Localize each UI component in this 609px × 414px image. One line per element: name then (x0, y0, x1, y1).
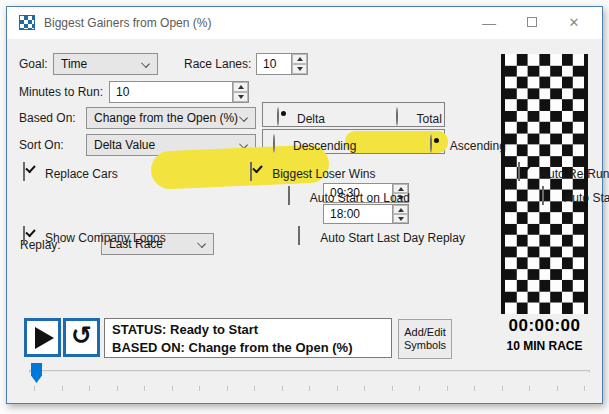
auto-start-on-load-checkbox[interactable] (288, 186, 290, 205)
descending-radio-label: Descending (293, 139, 356, 153)
slider-tick (557, 386, 558, 391)
based-on-select[interactable]: Change from the Open (%) (86, 107, 256, 129)
ascending-highlight (345, 131, 448, 153)
based-on-label: Based On: (19, 111, 76, 125)
slider-ticks (7, 386, 602, 392)
slider-tick (227, 386, 228, 391)
delta-radio-label: Delta (297, 112, 325, 126)
status-display: STATUS: Ready to Start BASED ON: Change … (104, 318, 392, 358)
auto-rerun-checkbox[interactable] (518, 162, 520, 181)
auto-rerun-label: Auto Re-Run (540, 167, 609, 181)
biggest-loser-wins-label: Biggest Loser Wins (272, 167, 375, 181)
ascending-radio-label: Ascending (450, 139, 506, 153)
based-on-value: Change from the Open (%) (94, 111, 238, 125)
checkered-flag-graphic (501, 54, 588, 314)
total-radio-label: Total (416, 112, 441, 126)
sort-on-value: Delta Value (94, 138, 155, 152)
race-lanes-stepper[interactable]: 10 (256, 53, 308, 75)
slider-tick (364, 386, 365, 391)
chevron-down-icon (141, 59, 150, 68)
play-button[interactable] (24, 318, 61, 357)
total-radio[interactable] (396, 107, 398, 126)
sort-on-label: Sort On: (19, 138, 64, 152)
minimize-button[interactable]: — (469, 7, 509, 39)
progress-slider-track[interactable] (29, 370, 590, 373)
auto-start-at-time-label: Auto Start at Time (564, 191, 609, 205)
chevron-down-icon (239, 113, 248, 122)
slider-tick (172, 386, 173, 391)
slider-tick (34, 386, 35, 391)
maximize-button[interactable] (512, 7, 552, 39)
slider-tick (392, 386, 393, 391)
show-company-logos-label: Show Company Logos (45, 231, 166, 245)
based-on-line: BASED ON: Change from the Open (%) (112, 339, 391, 357)
close-icon: ✕ (569, 15, 580, 30)
replace-cars-checkbox[interactable] (23, 162, 25, 181)
slider-tick (117, 386, 118, 391)
spin-down-icon[interactable] (292, 64, 307, 74)
restart-icon: ↺ (71, 323, 92, 348)
add-edit-symbols-button[interactable]: Add/Edit Symbols (398, 319, 452, 359)
spin-up-icon[interactable] (292, 54, 307, 64)
slider-tick (309, 386, 310, 391)
restart-button[interactable]: ↺ (63, 318, 100, 357)
slider-tick (474, 386, 475, 391)
window-title: Biggest Gainers from Open (%) (44, 16, 211, 30)
slider-tick (419, 386, 420, 391)
dialog-window: Biggest Gainers from Open (%) — ✕ Goal: … (6, 6, 603, 404)
race-timer: 00:00:00 (487, 316, 602, 336)
title-bar[interactable]: Biggest Gainers from Open (%) — ✕ (7, 7, 602, 39)
goal-label: Goal: (19, 57, 48, 71)
spin-up-icon[interactable] (393, 205, 408, 214)
race-length-label: 10 MIN RACE (487, 339, 602, 353)
goal-select[interactable]: Time (53, 53, 158, 75)
auto-start-last-day-replay-label: Auto Start Last Day Replay (320, 231, 465, 245)
status-line: STATUS: Ready to Start (112, 321, 391, 339)
minutes-to-run-value: 10 (116, 85, 129, 99)
ascending-radio[interactable] (430, 134, 432, 153)
spin-down-icon[interactable] (233, 92, 248, 102)
race-lanes-value: 10 (263, 57, 276, 71)
replace-cars-label: Replace Cars (45, 167, 118, 181)
slider-tick (529, 386, 530, 391)
goal-value: Time (61, 57, 87, 71)
spin-down-icon[interactable] (393, 214, 408, 223)
close-button[interactable]: ✕ (554, 7, 594, 39)
delta-total-group: Delta Total (262, 102, 445, 127)
biggest-loser-wins-checkbox[interactable] (250, 162, 252, 181)
show-company-logos-checkbox[interactable] (23, 226, 25, 245)
slider-tick (89, 386, 90, 391)
descending-radio[interactable] (273, 134, 275, 153)
slider-tick (447, 386, 448, 391)
slider-tick (282, 386, 283, 391)
race-lanes-label: Race Lanes: (184, 57, 251, 71)
slider-tick (254, 386, 255, 391)
chevron-down-icon (197, 239, 206, 248)
play-icon (35, 327, 54, 349)
slider-tick (337, 386, 338, 391)
slider-tick (502, 386, 503, 391)
auto-start-on-load-label: Auto Start on Load (310, 191, 410, 205)
spin-up-icon[interactable] (233, 82, 248, 92)
slider-tick (62, 386, 63, 391)
auto-start-last-day-replay-checkbox[interactable] (298, 226, 300, 245)
slider-tick (144, 386, 145, 391)
slider-tick (199, 386, 200, 391)
minutes-to-run-stepper[interactable]: 10 (109, 81, 249, 103)
minutes-to-run-label: Minutes to Run: (19, 85, 103, 99)
slider-tick (584, 386, 585, 391)
last-day-replay-time-value: 18:00 (330, 207, 360, 221)
minimize-icon: — (482, 15, 496, 31)
last-day-replay-time-stepper[interactable]: 18:00 (323, 204, 409, 224)
progress-slider-thumb[interactable] (31, 363, 42, 383)
delta-radio[interactable] (277, 107, 279, 126)
maximize-icon (527, 17, 537, 27)
checkered-flag-app-icon (19, 15, 35, 30)
